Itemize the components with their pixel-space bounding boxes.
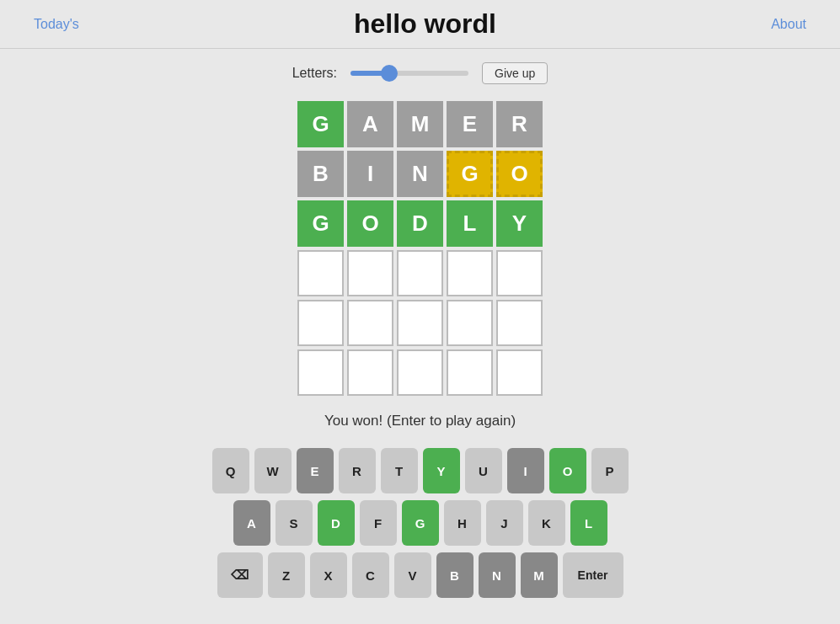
key-k[interactable]: K [528,500,565,546]
grid-cell: M [397,101,443,147]
grid-cell [496,250,543,296]
keyboard: QWERTYUIOPASDFGHJKL⌫ZXCVBNMEnter [0,448,840,598]
todays-link[interactable]: Today's [34,17,79,32]
grid-cell [447,300,493,346]
grid-cell: N [397,151,443,197]
grid-cell [347,250,393,296]
key-x[interactable]: X [310,552,347,598]
grid-cell: R [496,101,543,147]
key-h[interactable]: H [444,500,481,546]
word-grid: GAMERBINGOGODLY [0,99,840,397]
key-g[interactable]: G [402,500,439,546]
key-z[interactable]: Z [268,552,305,598]
give-up-button[interactable]: Give up [482,62,548,84]
key-e[interactable]: E [297,448,334,493]
grid-row [296,348,544,397]
key-m[interactable]: M [521,552,558,598]
letters-slider[interactable] [350,71,468,76]
key-y[interactable]: Y [423,448,460,493]
grid-row [296,248,544,298]
grid-cell [447,250,493,296]
grid-row: GAMER [296,99,544,149]
grid-cell [397,300,443,346]
grid-cell [297,349,344,396]
key-n[interactable]: N [479,552,516,598]
grid-cell [347,349,393,396]
key-l[interactable]: L [570,500,607,546]
grid-cell [496,300,543,346]
page-title: hello wordl [354,8,496,40]
key-enter[interactable]: Enter [563,552,623,598]
key-w[interactable]: W [254,448,292,493]
grid-cell: O [347,200,393,247]
key-c[interactable]: C [352,552,389,598]
grid-cell [447,349,493,396]
key-v[interactable]: V [394,552,431,598]
grid-cell: L [447,200,493,247]
key-q[interactable]: Q [212,448,249,493]
grid-cell: D [397,200,443,247]
keyboard-row: ASDFGHJKL [233,500,607,546]
grid-row: GODLY [296,199,544,248]
key-r[interactable]: R [339,448,376,493]
grid-cell [496,349,543,396]
key-u[interactable]: U [465,448,502,493]
key-backspace[interactable]: ⌫ [217,552,263,598]
key-i[interactable]: I [507,448,544,493]
grid-cell: B [297,151,344,197]
grid-cell [347,300,393,346]
grid-cell: G [447,151,493,197]
letters-label: Letters: [292,66,337,81]
keyboard-row: ⌫ZXCVBNMEnter [217,552,623,598]
key-p[interactable]: P [591,448,629,493]
grid-cell: E [447,101,493,147]
grid-row [296,298,544,348]
grid-cell: O [496,151,543,197]
win-message: You won! (Enter to play again) [0,413,840,429]
grid-cell: Y [496,200,543,247]
key-s[interactable]: S [276,500,313,546]
grid-cell: A [347,101,393,147]
grid-cell [397,250,443,296]
grid-cell: G [297,200,344,247]
keyboard-row: QWERTYUIOP [212,448,629,493]
grid-cell [397,349,443,396]
grid-cell [297,250,344,296]
key-f[interactable]: F [360,500,397,546]
about-link[interactable]: About [771,17,806,32]
key-o[interactable]: O [549,448,586,493]
key-d[interactable]: D [318,500,355,546]
grid-row: BINGO [296,149,544,199]
key-t[interactable]: T [381,448,418,493]
grid-cell: G [297,101,344,147]
key-a[interactable]: A [233,500,270,546]
grid-cell: I [347,151,393,197]
key-j[interactable]: J [486,500,523,546]
key-b[interactable]: B [436,552,474,598]
grid-cell [297,300,344,346]
